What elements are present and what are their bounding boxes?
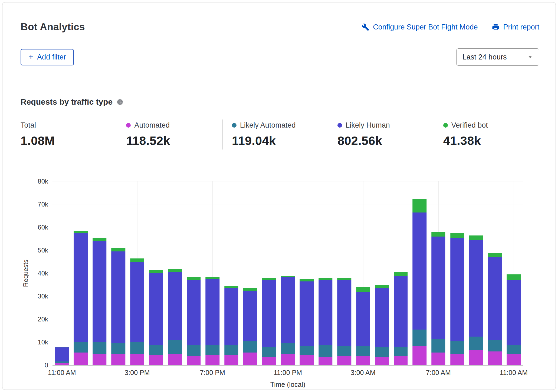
chart-bar-20[interactable] (431, 181, 445, 365)
y-tick-label: 80k (38, 178, 48, 185)
stat-likely-automated[interactable]: Likely Automated 119.04k (222, 119, 328, 150)
chart-bar-4[interactable] (130, 181, 144, 365)
bar-segment-likely-human (375, 288, 389, 347)
bar-segment-verified-bot (130, 258, 144, 262)
stat-automated-label: Automated (134, 121, 170, 129)
y-tick-label: 0 (45, 361, 48, 369)
bar-segment-automated (262, 357, 276, 365)
analytics-card: Bot Analytics Configure Super Bot Fight … (2, 2, 556, 390)
stat-verified-bot-value: 41.38k (443, 134, 537, 148)
bar-segment-likely-human (187, 280, 201, 345)
bar-segment-likely-automated (224, 345, 238, 355)
bar-segment-verified-bot (469, 235, 483, 240)
bar-segment-likely-automated (337, 346, 351, 356)
chart-bar-15[interactable] (337, 181, 351, 365)
chart-bar-16[interactable] (356, 181, 370, 365)
bar-segment-automated (337, 356, 351, 365)
chart-bar-1[interactable] (74, 181, 88, 365)
bar-segment-verified-bot (262, 278, 276, 280)
bar-segment-likely-automated (469, 337, 483, 350)
x-tick-label: 7:00 PM (200, 369, 225, 377)
configure-super-bot-fight-mode-link[interactable]: Configure Super Bot Fight Mode (362, 23, 478, 31)
x-tick-label: 7:00 AM (426, 369, 451, 377)
stat-automated-label-row: Automated (126, 121, 219, 129)
bar-segment-verified-bot (300, 279, 313, 281)
bar-segment-verified-bot (111, 248, 125, 252)
chart-bar-8[interactable] (206, 181, 219, 365)
bar-segment-verified-bot (93, 238, 106, 241)
bar-segment-likely-human (413, 212, 426, 330)
bar-segment-likely-automated (356, 346, 370, 356)
bar-segment-automated (394, 356, 408, 365)
chart-bar-0[interactable] (55, 181, 69, 365)
chart-bar-10[interactable] (243, 181, 257, 365)
chart-bar-13[interactable] (300, 181, 313, 365)
x-tick-label: 11:00 AM (500, 369, 528, 377)
stat-verified-bot[interactable]: Verified bot 41.38k (434, 119, 539, 150)
bar-segment-verified-bot (431, 232, 445, 237)
bar-segment-likely-automated (413, 330, 426, 346)
bar-segment-verified-bot (149, 270, 163, 273)
chart-bar-9[interactable] (224, 181, 238, 365)
bar-segment-verified-bot (413, 199, 426, 212)
plot-column: 11:00 AM3:00 PM7:00 PM11:00 PM3:00 AM7:0… (52, 181, 523, 388)
chart-bar-6[interactable] (168, 181, 182, 365)
bar-segment-automated (319, 357, 332, 365)
print-report-link[interactable]: Print report (492, 23, 539, 31)
x-axis-title: Time (local) (52, 381, 523, 388)
bar-segment-automated (206, 355, 219, 365)
bar-segment-likely-human (262, 280, 276, 347)
bar-segment-likely-automated (206, 345, 219, 355)
chart-bar-22[interactable] (469, 181, 483, 365)
bar-segment-automated (488, 351, 502, 365)
bar-segment-likely-human (111, 251, 125, 343)
chart-bar-23[interactable] (488, 181, 502, 365)
verified-bot-legend-dot (443, 123, 448, 128)
y-tick-label: 40k (38, 270, 48, 277)
chart-bar-17[interactable] (375, 181, 389, 365)
bar-segment-automated (187, 356, 201, 365)
bar-segment-likely-human (149, 273, 163, 345)
bar-segment-automated (469, 350, 483, 365)
bar-segment-verified-bot (187, 277, 201, 280)
section-title: Requests by traffic type (21, 97, 113, 107)
bar-segment-likely-human (130, 262, 144, 343)
bar-segment-likely-automated (375, 347, 389, 357)
bar-segment-automated (111, 354, 125, 366)
bar-segment-automated (281, 354, 295, 366)
chart-bar-2[interactable] (93, 181, 106, 365)
chart-bar-18[interactable] (394, 181, 408, 365)
bar-segment-likely-human (431, 237, 445, 339)
chart-bar-3[interactable] (111, 181, 125, 365)
bar-segment-likely-human (300, 281, 313, 346)
bar-segment-automated (168, 354, 182, 366)
time-range-select[interactable]: Last 24 hours (456, 48, 539, 66)
chart-bar-5[interactable] (149, 181, 163, 365)
bar-segment-likely-automated (168, 340, 182, 354)
bar-segment-likely-human (206, 279, 219, 344)
bar-segment-verified-bot (224, 286, 238, 288)
chart-bar-24[interactable] (507, 181, 520, 365)
chart-bar-12[interactable] (281, 181, 295, 365)
chart-bar-11[interactable] (262, 181, 276, 365)
bar-segment-verified-bot (168, 269, 182, 272)
bar-segment-likely-automated (74, 342, 88, 353)
header-links: Configure Super Bot Fight Mode Print rep… (362, 21, 539, 31)
bar-segment-likely-automated (319, 345, 332, 357)
chart-bar-21[interactable] (450, 181, 464, 365)
stat-automated-value: 118.52k (126, 134, 219, 148)
chart-bar-19[interactable] (413, 181, 426, 365)
stat-likely-human[interactable]: Likely Human 802.56k (328, 119, 434, 150)
bar-segment-likely-automated (93, 342, 106, 354)
x-tick-label: 3:00 AM (351, 369, 376, 377)
bar-segment-verified-bot (375, 285, 389, 288)
bar-segment-automated (300, 355, 313, 365)
add-filter-button[interactable]: + Add filter (21, 49, 74, 65)
y-axis-title-wrap: Requests (21, 181, 31, 365)
bar-segment-verified-bot (450, 233, 464, 238)
bar-segment-likely-human (507, 280, 520, 345)
pie-chart-icon[interactable] (117, 99, 123, 105)
chart-bar-7[interactable] (187, 181, 201, 365)
stat-automated[interactable]: Automated 118.52k (117, 119, 222, 150)
chart-bar-14[interactable] (319, 181, 332, 365)
